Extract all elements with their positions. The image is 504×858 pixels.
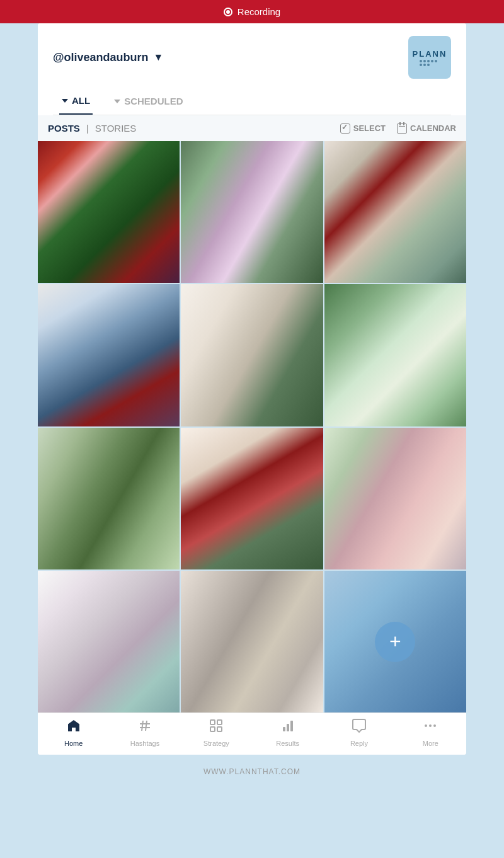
- recording-bar: Recording: [0, 0, 504, 23]
- recording-label: Recording: [238, 6, 280, 17]
- home-icon: [66, 718, 81, 737]
- nav-item-home[interactable]: Home: [54, 718, 94, 747]
- results-icon: [280, 718, 295, 737]
- toolbar-actions: SELECT CALENDAR: [340, 123, 456, 134]
- svg-point-11: [425, 724, 427, 727]
- plann-dot: [427, 64, 430, 66]
- tab-posts[interactable]: POSTS: [48, 123, 80, 134]
- tab-scheduled-label: SCHEDULED: [124, 96, 183, 106]
- tab-scheduled[interactable]: SCHEDULED: [112, 90, 185, 115]
- tab-scheduled-arrow-icon: [114, 100, 120, 103]
- calendar-icon: [397, 123, 407, 134]
- dropdown-arrow-icon: ▼: [154, 52, 164, 63]
- calendar-action[interactable]: CALENDAR: [397, 123, 456, 134]
- recording-dot-icon: [224, 8, 232, 16]
- plann-logo: PLANN: [408, 36, 451, 79]
- photo-cell-7[interactable]: [38, 428, 180, 569]
- photo-cell-9[interactable]: [324, 428, 466, 569]
- nav-label-reply: Reply: [350, 740, 368, 747]
- plann-dot: [420, 64, 422, 66]
- plann-logo-text: PLANN: [413, 49, 447, 59]
- svg-rect-9: [287, 724, 289, 731]
- svg-rect-7: [217, 727, 222, 731]
- photo-cell-4[interactable]: [38, 284, 180, 426]
- svg-point-13: [433, 724, 436, 727]
- nav-label-home: Home: [64, 740, 83, 747]
- svg-rect-10: [290, 721, 293, 731]
- plann-dot: [435, 60, 437, 62]
- page-footer: WWW.PLANNTHAT.COM: [191, 755, 313, 789]
- plann-dot: [431, 60, 433, 62]
- nav-item-strategy[interactable]: Strategy: [196, 718, 236, 747]
- nav-item-hashtags[interactable]: Hashtags: [125, 718, 165, 747]
- content-tabs: POSTS | STORIES: [48, 123, 136, 134]
- svg-line-2: [142, 721, 143, 731]
- plann-dot: [423, 64, 426, 66]
- svg-rect-5: [217, 720, 222, 724]
- tab-all-label: ALL: [72, 95, 90, 106]
- app-container: @oliveandauburn ▼ PLANN: [38, 23, 466, 755]
- photo-grid: +: [38, 141, 466, 712]
- hashtags-icon: [137, 718, 152, 737]
- photo-cell-5[interactable]: [181, 284, 323, 426]
- nav-label-results: Results: [276, 740, 299, 747]
- footer-url: WWW.PLANNTHAT.COM: [203, 767, 301, 776]
- photo-cell-11[interactable]: [181, 571, 323, 712]
- select-label: SELECT: [353, 123, 386, 133]
- add-post-button[interactable]: +: [375, 622, 415, 662]
- content-separator: |: [86, 123, 89, 134]
- nav-item-results[interactable]: Results: [268, 718, 308, 747]
- photo-cell-3[interactable]: [324, 141, 466, 283]
- account-selector[interactable]: @oliveandauburn ▼: [53, 51, 163, 64]
- photo-cell-1[interactable]: [38, 141, 180, 283]
- tab-all-arrow-icon: [62, 99, 68, 103]
- reply-icon: [352, 718, 367, 737]
- header: @oliveandauburn ▼ PLANN: [38, 23, 466, 115]
- bottom-nav: Home Hashtags: [38, 712, 466, 755]
- photo-cell-2[interactable]: [181, 141, 323, 283]
- account-name: @oliveandauburn: [53, 51, 149, 64]
- svg-rect-8: [283, 727, 285, 731]
- svg-point-12: [429, 724, 432, 727]
- nav-item-more[interactable]: More: [410, 718, 450, 747]
- photo-cell-10[interactable]: [38, 571, 180, 712]
- svg-rect-6: [210, 727, 215, 731]
- header-top: @oliveandauburn ▼ PLANN: [53, 36, 451, 79]
- nav-label-hashtags: Hashtags: [130, 740, 159, 747]
- photo-cell-8[interactable]: [181, 428, 323, 569]
- tab-all[interactable]: ALL: [59, 90, 93, 115]
- plann-dot: [420, 60, 422, 62]
- photo-cell-6[interactable]: [324, 284, 466, 426]
- nav-label-strategy: Strategy: [203, 740, 229, 747]
- nav-label-more: More: [423, 740, 438, 747]
- nav-item-reply[interactable]: Reply: [339, 718, 379, 747]
- more-icon: [423, 718, 438, 737]
- plann-dot: [427, 60, 430, 62]
- plann-dot: [423, 60, 426, 62]
- strategy-icon: [209, 718, 224, 737]
- select-action[interactable]: SELECT: [340, 123, 386, 134]
- svg-rect-4: [210, 720, 215, 724]
- content-toolbar: POSTS | STORIES SELECT CALENDAR: [38, 115, 466, 141]
- photo-cell-add[interactable]: +: [324, 571, 466, 712]
- view-tabs: ALL SCHEDULED: [53, 90, 451, 115]
- plann-logo-dots: [420, 60, 440, 66]
- svg-line-3: [146, 721, 147, 731]
- tab-stories[interactable]: STORIES: [95, 123, 137, 134]
- select-icon: [340, 123, 350, 134]
- calendar-label: CALENDAR: [410, 123, 456, 133]
